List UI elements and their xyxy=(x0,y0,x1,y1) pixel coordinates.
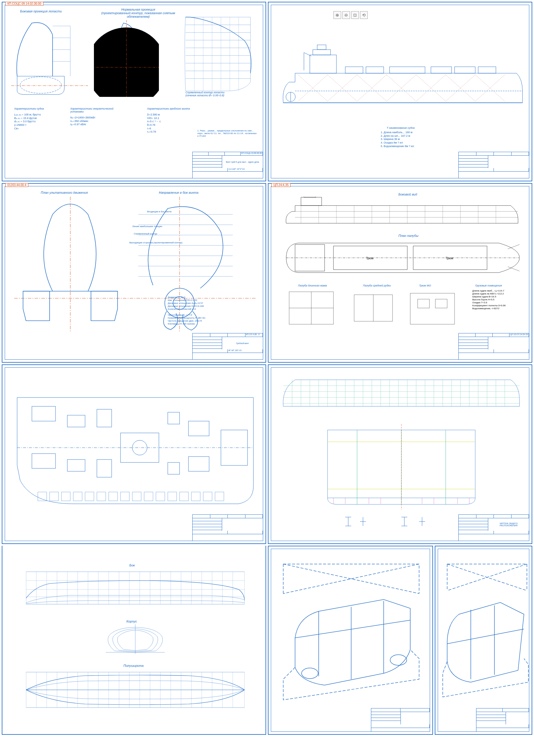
svg-rect-40 xyxy=(431,67,452,73)
subtitle-sections: Спрямленный контур лопасти (сечения лопа… xyxy=(185,91,225,97)
hull-side-structure xyxy=(280,374,522,415)
cargo-dims: Длина судна наиб... L₁=114.7Длина судна … xyxy=(472,289,506,310)
svg-rect-122 xyxy=(109,492,118,501)
title-side-projection: Боковая проекция лопасти xyxy=(20,10,62,13)
svg-rect-73 xyxy=(304,197,316,197)
svg-rect-128 xyxy=(179,492,188,501)
title-block: ЧЕРТЕЖ ОБЩЕГО РАСПОЛОЖЕНИЯ xyxy=(458,514,529,541)
lines-side-label: Бок xyxy=(129,563,135,567)
svg-rect-129 xyxy=(191,492,200,501)
svg-rect-38 xyxy=(366,67,384,73)
ga-deck-plan: Трюм Трюм xyxy=(283,239,520,277)
svg-rect-34 xyxy=(317,45,326,50)
label-thickline: Линия наибольших толщин xyxy=(132,225,162,228)
svg-rect-176 xyxy=(26,572,245,604)
svg-rect-112 xyxy=(168,463,179,474)
title-block xyxy=(476,708,529,732)
svg-rect-117 xyxy=(50,492,59,501)
svg-rect-123 xyxy=(120,492,129,501)
zoom-reset-button[interactable]: ⟲ xyxy=(360,11,368,19)
label-out: Выходящая сторонка (проектированный конт… xyxy=(129,241,182,244)
svg-rect-127 xyxy=(168,492,176,501)
svg-rect-41 xyxy=(455,67,475,73)
sheet-3d-bow xyxy=(435,546,532,735)
sec-main: Палуба длинного мама xyxy=(298,284,327,287)
svg-point-0 xyxy=(20,77,62,93)
sheet-3d-stern xyxy=(268,546,433,735)
title-block: КП.СОЦА.10.00.00.00 Винт грей б для наст… xyxy=(192,152,263,178)
zoom-fit-button[interactable]: ⊡ xyxy=(351,11,359,19)
svg-line-226 xyxy=(283,564,419,594)
sheet-engine-room xyxy=(2,364,266,544)
svg-rect-114 xyxy=(188,457,209,471)
prop-specs: Диаметр D, м=2Шаг. отношение P/D=2.233Ди… xyxy=(168,296,205,325)
title-block: КП.СП.4.00...0 Гребной винт ИГ МТ 207-15 xyxy=(192,333,263,360)
char-power-values: Nₑ=2×1800=3600кВтnₑ=350 об/минηₑ=0.97 кВ… xyxy=(70,116,95,126)
midship-section xyxy=(322,424,481,513)
svg-rect-99 xyxy=(410,293,455,324)
title-block xyxy=(192,514,263,541)
note-tolerances: 1. Разо... разме... предельные отклонени… xyxy=(197,129,259,137)
sheet-tag: КП.СОЦС.09.14.02.00.00 xyxy=(5,2,43,6)
svg-rect-106 xyxy=(67,460,85,471)
svg-rect-121 xyxy=(97,492,106,501)
viewer-toolbar: ⊕ ⊖ ⊡ ⟲ xyxy=(334,11,368,19)
svg-rect-100 xyxy=(418,299,429,308)
char-prop-values: D=2.580 мH/D= 10.1n=5 с⁻¹→ сθ=0.78г=6τₑ=… xyxy=(147,113,161,134)
svg-rect-105 xyxy=(67,415,85,427)
svg-rect-113 xyxy=(188,421,209,436)
ship-dims-header: Т наименование судна xyxy=(387,126,415,129)
drawing-sheet-grid: КП.СОЦС.09.14.02.00.00 Боковая проекция … xyxy=(0,0,534,737)
blade-expanded-drawing xyxy=(14,197,256,333)
engine-room-plan xyxy=(14,389,256,513)
svg-rect-103 xyxy=(32,406,56,421)
sheet-blade-expanded: 01203.44.00.4 План ультативного движения… xyxy=(2,183,266,363)
label-radius: Входящая в бок винта xyxy=(147,210,171,213)
svg-rect-37 xyxy=(345,67,363,73)
svg-rect-118 xyxy=(62,492,70,501)
blade-side-view xyxy=(11,17,88,100)
svg-rect-116 xyxy=(38,492,47,501)
svg-rect-72 xyxy=(301,197,322,205)
sheet-tag: 01203.44.00.4 xyxy=(5,183,28,187)
svg-rect-120 xyxy=(85,492,94,501)
lines-sheer xyxy=(26,569,245,613)
svg-rect-131 xyxy=(215,492,224,501)
zoom-in-button[interactable]: ⊕ xyxy=(334,11,341,19)
svg-rect-101 xyxy=(435,299,447,308)
sec-mo: Трюм МО xyxy=(419,284,431,287)
sec-mid: Палуба средней рубки xyxy=(363,284,391,287)
beam-sections xyxy=(345,516,452,527)
label-straight: Спрямленный контур xyxy=(134,232,157,235)
title-plan: План ультативного движения xyxy=(41,191,88,194)
char-ship-values: L₁₈.₈₀ = 108 м; бруттоB₀.₈₅ = 15.9 футов… xyxy=(14,113,41,130)
char-power-header: Характеристики энергетической установки xyxy=(70,107,115,113)
lines-body xyxy=(103,624,168,657)
sheet-ship-general: ⊕ ⊖ ⊡ ⟲ xyxy=(268,2,532,181)
svg-rect-107 xyxy=(97,409,112,427)
ga-side-view xyxy=(283,197,520,229)
svg-rect-42 xyxy=(478,67,496,73)
svg-rect-39 xyxy=(389,67,425,73)
title-block xyxy=(371,708,430,732)
svg-rect-33 xyxy=(313,50,331,55)
sheet-tag: ЦП.24.К.35 xyxy=(271,183,291,187)
char-ship-header: Характеристики судна xyxy=(14,107,44,110)
title-direction: Направление в бок винта xyxy=(159,191,199,194)
sheet-propeller-projections: КП.СОЦС.09.14.02.00.00 Боковая проекция … xyxy=(2,2,266,181)
char-prop-header: Характеристики гребного винта xyxy=(147,107,190,110)
title-block xyxy=(458,152,529,178)
hull-3d-stern xyxy=(277,555,425,703)
svg-rect-104 xyxy=(32,454,56,468)
propeller-normal-view xyxy=(94,17,159,97)
svg-point-224 xyxy=(302,668,318,679)
svg-rect-124 xyxy=(132,492,141,501)
svg-text:Трюм: Трюм xyxy=(446,256,453,260)
lines-body-label: Корпус xyxy=(126,620,137,623)
svg-text:Трюм: Трюм xyxy=(366,256,373,260)
view-deck-label: План палубы xyxy=(398,234,418,237)
ship-dims: 1. Длина наиболь... 180 м2. Длин на шп..… xyxy=(381,131,414,148)
zoom-out-button[interactable]: ⊖ xyxy=(342,11,350,19)
lines-halfbreadth xyxy=(26,669,245,714)
lines-half-label: Полуширота xyxy=(123,664,144,667)
